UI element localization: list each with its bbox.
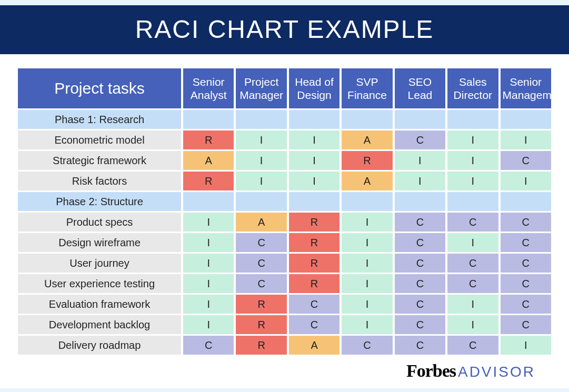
raci-cell: I (342, 254, 392, 273)
raci-cell: C (395, 315, 445, 334)
raci-cell: R (289, 213, 340, 232)
role-header: Senior Management (501, 68, 551, 108)
phase-cell (289, 110, 340, 129)
phase-cell (447, 110, 498, 129)
raci-cell: I (289, 172, 340, 190)
phase-cell (183, 110, 234, 129)
table-row: User experience testingICRICCC (18, 274, 551, 293)
raci-cell: C (501, 151, 551, 170)
table-row: Development backlogIRCICIC (18, 315, 551, 334)
brand-sub-text: ADVISOR (458, 364, 535, 380)
raci-cell: C (501, 274, 551, 293)
raci-cell: C (501, 254, 551, 273)
raci-cell: I (342, 315, 392, 334)
table-row: Product specsIARICCC (18, 213, 551, 232)
title-banner: RACI CHART EXAMPLE (0, 5, 569, 54)
raci-cell: C (289, 315, 340, 334)
raci-cell: A (342, 130, 392, 149)
phase-row: Phase 2: Structure (18, 192, 551, 211)
raci-cell: I (342, 274, 392, 293)
phase-cell (183, 192, 234, 211)
role-header: Project Manager (236, 68, 286, 108)
raci-cell: I (183, 233, 234, 252)
role-header: SVP Finance (342, 68, 392, 108)
footer: ForbesADVISOR (16, 356, 553, 381)
phase-cell (501, 110, 551, 129)
role-header: Head of Design (289, 68, 340, 108)
raci-cell: C (236, 274, 286, 293)
raci-cell: A (236, 213, 286, 232)
raci-cell: R (289, 233, 340, 252)
task-label: Econometric model (18, 130, 181, 149)
raci-cell: C (395, 295, 445, 314)
table-row: Risk factorsRIIAIII (18, 172, 551, 190)
raci-cell: I (183, 213, 234, 232)
raci-cell: C (501, 295, 551, 314)
table-row: User journeyICRICCC (18, 254, 551, 273)
raci-cell: I (183, 315, 234, 334)
raci-cell: C (447, 274, 498, 293)
raci-cell: I (447, 295, 498, 314)
phase-label: Phase 1: Research (18, 110, 181, 129)
raci-cell: I (501, 336, 551, 355)
raci-cell: C (447, 213, 498, 232)
task-label: Delivery roadmap (18, 336, 181, 355)
task-label: Strategic framework (18, 151, 181, 170)
phase-cell (395, 110, 445, 129)
table-row: Econometric modelRIIACII (18, 130, 551, 149)
raci-cell: R (183, 130, 234, 149)
header-row: Project tasks Senior Analyst Project Man… (18, 68, 551, 108)
raci-cell: C (395, 274, 445, 293)
task-label: User journey (18, 254, 181, 273)
phase-cell (447, 192, 498, 211)
raci-cell: I (447, 172, 498, 190)
raci-cell: C (395, 254, 445, 273)
raci-cell: R (342, 151, 392, 170)
phase-cell (342, 110, 392, 129)
table-row: Evaluation frameworkIRCICIC (18, 295, 551, 314)
raci-cell: C (447, 254, 498, 273)
task-label: Development backlog (18, 315, 181, 334)
raci-cell: R (183, 172, 234, 190)
phase-label: Phase 2: Structure (18, 192, 181, 211)
raci-cell: A (342, 172, 392, 190)
page-title: RACI CHART EXAMPLE (0, 15, 569, 44)
raci-cell: R (289, 274, 340, 293)
raci-cell: C (289, 295, 340, 314)
tasks-header: Project tasks (18, 68, 181, 108)
raci-cell: I (395, 172, 445, 190)
raci-cell: I (342, 233, 392, 252)
raci-cell: C (501, 315, 551, 334)
raci-cell: I (236, 130, 286, 149)
raci-cell: A (289, 336, 340, 355)
task-label: Risk factors (18, 172, 181, 190)
raci-cell: A (183, 151, 234, 170)
raci-cell: I (289, 151, 340, 170)
table-container: Project tasks Senior Analyst Project Man… (0, 54, 569, 388)
raci-cell: I (183, 295, 234, 314)
raci-cell: I (342, 295, 392, 314)
raci-cell: I (501, 130, 551, 149)
brand-logo-text: Forbes (406, 361, 456, 380)
raci-cell: C (395, 233, 445, 252)
raci-cell: R (236, 336, 286, 355)
table-row: Delivery roadmapCRACCCI (18, 336, 551, 355)
raci-cell: C (395, 130, 445, 149)
raci-cell: I (447, 130, 498, 149)
raci-cell: I (183, 274, 234, 293)
raci-cell: I (342, 213, 392, 232)
raci-cell: C (395, 336, 445, 355)
phase-cell (289, 192, 340, 211)
task-label: Evaluation framework (18, 295, 181, 314)
raci-cell: I (236, 151, 286, 170)
task-label: Design wireframe (18, 233, 181, 252)
raci-cell: I (395, 151, 445, 170)
phase-cell (342, 192, 392, 211)
raci-cell: I (183, 254, 234, 273)
raci-cell: I (289, 130, 340, 149)
raci-cell: C (447, 336, 498, 355)
raci-cell: C (501, 233, 551, 252)
task-label: Product specs (18, 213, 181, 232)
raci-cell: C (236, 233, 286, 252)
raci-cell: R (236, 295, 286, 314)
